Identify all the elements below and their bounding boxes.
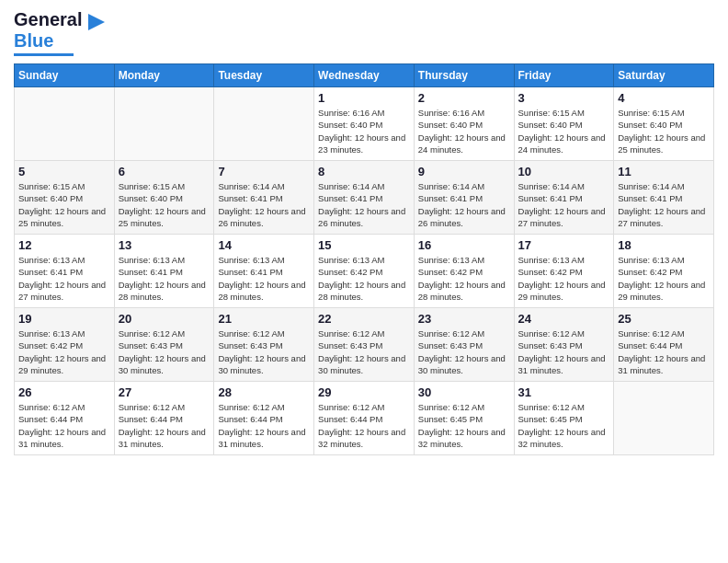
calendar-cell: 30Sunrise: 6:12 AMSunset: 6:45 PMDayligh… bbox=[414, 382, 514, 455]
day-info: Sunrise: 6:14 AMSunset: 6:41 PMDaylight:… bbox=[418, 180, 510, 229]
day-info: Sunrise: 6:15 AMSunset: 6:40 PMDaylight:… bbox=[618, 107, 710, 155]
calendar-cell: 4Sunrise: 6:15 AMSunset: 6:40 PMDaylight… bbox=[614, 87, 714, 161]
day-number: 27 bbox=[119, 385, 210, 399]
calendar-cell: 23Sunrise: 6:12 AMSunset: 6:43 PMDayligh… bbox=[414, 308, 514, 382]
day-number: 31 bbox=[518, 385, 610, 399]
day-info: Sunrise: 6:12 AMSunset: 6:43 PMDaylight:… bbox=[518, 327, 610, 376]
logo-underline bbox=[14, 53, 74, 56]
calendar-week-4: 19Sunrise: 6:13 AMSunset: 6:42 PMDayligh… bbox=[15, 308, 714, 382]
column-header-friday: Friday bbox=[514, 64, 614, 87]
day-info: Sunrise: 6:12 AMSunset: 6:45 PMDaylight:… bbox=[418, 401, 510, 450]
calendar-cell: 29Sunrise: 6:12 AMSunset: 6:44 PMDayligh… bbox=[314, 382, 415, 455]
day-info: Sunrise: 6:13 AMSunset: 6:42 PMDaylight:… bbox=[318, 254, 410, 303]
day-number: 4 bbox=[618, 91, 710, 105]
day-number: 6 bbox=[119, 165, 210, 178]
day-number: 5 bbox=[18, 165, 110, 178]
day-number: 10 bbox=[518, 165, 610, 178]
calendar-cell: 18Sunrise: 6:13 AMSunset: 6:42 PMDayligh… bbox=[614, 235, 714, 308]
calendar-cell: 6Sunrise: 6:15 AMSunset: 6:40 PMDaylight… bbox=[114, 161, 214, 235]
day-number: 19 bbox=[18, 312, 110, 326]
calendar-cell: 5Sunrise: 6:15 AMSunset: 6:40 PMDaylight… bbox=[15, 161, 115, 235]
day-number: 16 bbox=[418, 238, 510, 252]
day-info: Sunrise: 6:12 AMSunset: 6:45 PMDaylight:… bbox=[518, 401, 610, 450]
day-info: Sunrise: 6:16 AMSunset: 6:40 PMDaylight:… bbox=[418, 107, 510, 155]
column-header-thursday: Thursday bbox=[414, 64, 514, 87]
calendar-cell: 28Sunrise: 6:12 AMSunset: 6:44 PMDayligh… bbox=[214, 382, 314, 455]
logo-general-text: General bbox=[14, 9, 82, 29]
day-info: Sunrise: 6:12 AMSunset: 6:43 PMDaylight:… bbox=[318, 327, 410, 376]
column-header-wednesday: Wednesday bbox=[314, 64, 415, 87]
day-number: 30 bbox=[418, 385, 510, 399]
calendar-cell: 16Sunrise: 6:13 AMSunset: 6:42 PMDayligh… bbox=[414, 235, 514, 308]
day-info: Sunrise: 6:13 AMSunset: 6:42 PMDaylight:… bbox=[18, 327, 110, 376]
calendar-cell: 3Sunrise: 6:15 AMSunset: 6:40 PMDaylight… bbox=[514, 87, 614, 161]
calendar-cell bbox=[614, 382, 714, 455]
calendar-cell bbox=[214, 87, 314, 161]
day-info: Sunrise: 6:15 AMSunset: 6:40 PMDaylight:… bbox=[18, 180, 110, 229]
day-number: 18 bbox=[618, 238, 710, 252]
day-info: Sunrise: 6:14 AMSunset: 6:41 PMDaylight:… bbox=[318, 180, 410, 229]
calendar-cell: 26Sunrise: 6:12 AMSunset: 6:44 PMDayligh… bbox=[15, 382, 115, 455]
day-info: Sunrise: 6:12 AMSunset: 6:44 PMDaylight:… bbox=[318, 401, 410, 450]
column-header-saturday: Saturday bbox=[614, 64, 714, 87]
day-number: 20 bbox=[119, 312, 210, 326]
column-header-monday: Monday bbox=[114, 64, 214, 87]
calendar-cell: 15Sunrise: 6:13 AMSunset: 6:42 PMDayligh… bbox=[314, 235, 415, 308]
calendar-cell: 12Sunrise: 6:13 AMSunset: 6:41 PMDayligh… bbox=[15, 235, 115, 308]
calendar-cell: 8Sunrise: 6:14 AMSunset: 6:41 PMDaylight… bbox=[314, 161, 415, 235]
column-header-sunday: Sunday bbox=[15, 64, 115, 87]
calendar-week-5: 26Sunrise: 6:12 AMSunset: 6:44 PMDayligh… bbox=[15, 382, 714, 455]
svg-marker-0 bbox=[88, 14, 105, 30]
day-info: Sunrise: 6:12 AMSunset: 6:44 PMDaylight:… bbox=[618, 327, 710, 376]
day-info: Sunrise: 6:12 AMSunset: 6:43 PMDaylight:… bbox=[119, 327, 210, 376]
day-info: Sunrise: 6:14 AMSunset: 6:41 PMDaylight:… bbox=[218, 180, 310, 229]
day-info: Sunrise: 6:13 AMSunset: 6:41 PMDaylight:… bbox=[218, 254, 310, 303]
calendar-cell bbox=[114, 87, 214, 161]
calendar-cell: 31Sunrise: 6:12 AMSunset: 6:45 PMDayligh… bbox=[514, 382, 614, 455]
calendar-cell: 2Sunrise: 6:16 AMSunset: 6:40 PMDaylight… bbox=[414, 87, 514, 161]
calendar-cell: 22Sunrise: 6:12 AMSunset: 6:43 PMDayligh… bbox=[314, 308, 415, 382]
day-number: 17 bbox=[518, 238, 610, 252]
calendar-cell: 9Sunrise: 6:14 AMSunset: 6:41 PMDaylight… bbox=[414, 161, 514, 235]
logo: General Blue bbox=[14, 9, 105, 56]
day-number: 2 bbox=[418, 91, 510, 105]
calendar-cell: 11Sunrise: 6:14 AMSunset: 6:41 PMDayligh… bbox=[614, 161, 714, 235]
logo-blue-text: Blue bbox=[14, 30, 53, 51]
day-info: Sunrise: 6:15 AMSunset: 6:40 PMDaylight:… bbox=[518, 107, 610, 155]
day-info: Sunrise: 6:13 AMSunset: 6:41 PMDaylight:… bbox=[18, 254, 110, 303]
day-number: 14 bbox=[218, 238, 310, 252]
day-info: Sunrise: 6:12 AMSunset: 6:44 PMDaylight:… bbox=[119, 401, 210, 450]
day-number: 3 bbox=[518, 91, 610, 105]
calendar-table: SundayMondayTuesdayWednesdayThursdayFrid… bbox=[14, 63, 714, 455]
day-number: 12 bbox=[18, 238, 110, 252]
calendar-cell: 19Sunrise: 6:13 AMSunset: 6:42 PMDayligh… bbox=[15, 308, 115, 382]
day-info: Sunrise: 6:15 AMSunset: 6:40 PMDaylight:… bbox=[119, 180, 210, 229]
calendar-cell: 27Sunrise: 6:12 AMSunset: 6:44 PMDayligh… bbox=[114, 382, 214, 455]
day-info: Sunrise: 6:13 AMSunset: 6:42 PMDaylight:… bbox=[618, 254, 710, 303]
day-number: 9 bbox=[418, 165, 510, 178]
calendar-cell: 25Sunrise: 6:12 AMSunset: 6:44 PMDayligh… bbox=[614, 308, 714, 382]
logo-triangle-icon bbox=[88, 14, 105, 30]
calendar-week-2: 5Sunrise: 6:15 AMSunset: 6:40 PMDaylight… bbox=[15, 161, 714, 235]
calendar-week-1: 1Sunrise: 6:16 AMSunset: 6:40 PMDaylight… bbox=[15, 87, 714, 161]
calendar-cell: 20Sunrise: 6:12 AMSunset: 6:43 PMDayligh… bbox=[114, 308, 214, 382]
day-number: 21 bbox=[218, 312, 310, 326]
day-info: Sunrise: 6:12 AMSunset: 6:44 PMDaylight:… bbox=[218, 401, 310, 450]
day-info: Sunrise: 6:13 AMSunset: 6:41 PMDaylight:… bbox=[119, 254, 210, 303]
calendar-cell: 1Sunrise: 6:16 AMSunset: 6:40 PMDaylight… bbox=[314, 87, 415, 161]
calendar-cell: 7Sunrise: 6:14 AMSunset: 6:41 PMDaylight… bbox=[214, 161, 314, 235]
day-info: Sunrise: 6:13 AMSunset: 6:42 PMDaylight:… bbox=[418, 254, 510, 303]
day-info: Sunrise: 6:14 AMSunset: 6:41 PMDaylight:… bbox=[618, 180, 710, 229]
day-number: 7 bbox=[218, 165, 310, 178]
page-header: General Blue bbox=[14, 9, 714, 56]
day-number: 23 bbox=[418, 312, 510, 326]
calendar-cell: 17Sunrise: 6:13 AMSunset: 6:42 PMDayligh… bbox=[514, 235, 614, 308]
day-info: Sunrise: 6:12 AMSunset: 6:44 PMDaylight:… bbox=[18, 401, 110, 450]
calendar-cell: 14Sunrise: 6:13 AMSunset: 6:41 PMDayligh… bbox=[214, 235, 314, 308]
calendar-cell: 24Sunrise: 6:12 AMSunset: 6:43 PMDayligh… bbox=[514, 308, 614, 382]
day-number: 29 bbox=[318, 385, 410, 399]
column-header-tuesday: Tuesday bbox=[214, 64, 314, 87]
day-number: 8 bbox=[318, 165, 410, 178]
calendar-week-3: 12Sunrise: 6:13 AMSunset: 6:41 PMDayligh… bbox=[15, 235, 714, 308]
day-number: 22 bbox=[318, 312, 410, 326]
